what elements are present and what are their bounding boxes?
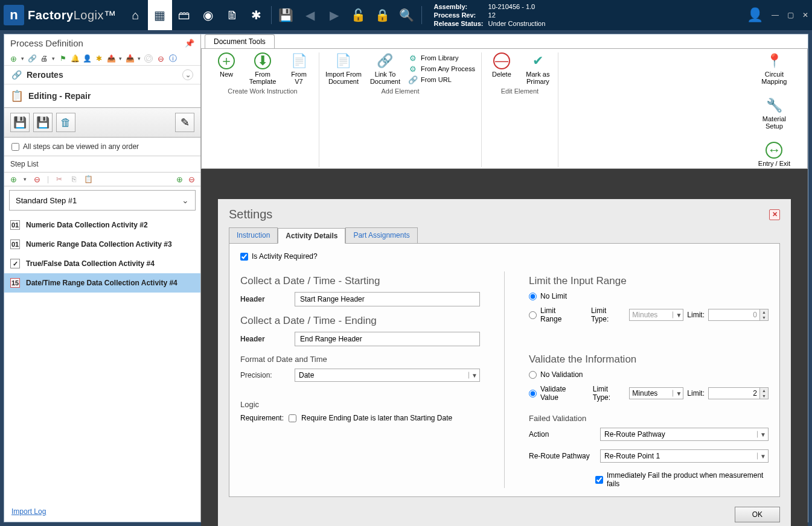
ok-button[interactable]: OK <box>735 507 780 522</box>
activity-item[interactable]: 01 Numeric Range Data Collection Activit… <box>4 235 200 254</box>
person-icon[interactable]: 👤 <box>83 54 91 63</box>
forward-icon[interactable]: ▶ <box>322 0 347 30</box>
gear-mini-icon[interactable]: ✱ <box>95 54 103 63</box>
action-select[interactable] <box>600 428 769 441</box>
limit-range-title: Limit the Input Range <box>529 275 769 287</box>
edit-doc-button[interactable]: ✎ <box>175 113 194 132</box>
ribbon: ＋New ⬇From Template 📄From V7 Create Work… <box>201 48 808 169</box>
immediately-fail-checkbox[interactable] <box>595 476 603 484</box>
link-to-button[interactable]: 🔗Link To Document <box>370 52 400 85</box>
db-icon[interactable]: 🗃 <box>172 0 196 30</box>
unlock-icon[interactable]: 🔓 <box>347 0 371 30</box>
save-icon[interactable]: 💾 <box>274 0 298 30</box>
circuit-mapping-button[interactable]: 📍Circuit Mapping <box>760 52 788 85</box>
import-mini-icon[interactable]: 📥 <box>126 54 134 63</box>
process-definition-panel: Process Definition 📌 ⊕▾ 🔗 🖨▾ ⚑ 🔔 👤 ✱ 📤▾ … <box>4 34 201 522</box>
material-setup-button[interactable]: 🔧Material Setup <box>760 97 788 130</box>
no-limit-radio[interactable] <box>529 293 537 300</box>
all-steps-checkbox[interactable] <box>11 143 19 151</box>
close-settings-button[interactable]: ✕ <box>769 209 780 220</box>
document-icon[interactable]: 🗎 <box>220 0 245 30</box>
info-icon[interactable]: ⓘ <box>168 54 177 63</box>
from-template-button[interactable]: ⬇From Template <box>249 52 277 85</box>
flag-icon[interactable]: ⚑ <box>59 54 67 63</box>
maximize-button[interactable]: ▢ <box>787 11 794 19</box>
tab-activity-details[interactable]: Activity Details <box>278 228 345 244</box>
app-logo: n <box>4 5 24 25</box>
from-url-button[interactable]: 🔗From URL <box>409 75 452 84</box>
entry-exit-button[interactable]: ↔Entry / Exit <box>758 142 790 167</box>
print-mini-icon[interactable]: 🖨 <box>40 54 48 63</box>
save-doc-button[interactable]: 💾 <box>10 113 30 132</box>
save-all-button[interactable]: 💾 <box>33 113 53 132</box>
require-ending-later-checkbox[interactable] <box>289 414 296 422</box>
remove-icon[interactable]: ⊖ <box>156 54 165 63</box>
format-title: Format of Date and Time <box>240 355 480 364</box>
grid-icon[interactable]: ▦ <box>148 0 172 30</box>
remove-step-icon[interactable]: ⊖ <box>33 175 41 183</box>
activity-item[interactable]: 01 Numeric Data Collection Activity #2 <box>4 215 200 235</box>
no-validation-radio[interactable] <box>529 371 537 379</box>
settings-panel: Settings ✕ Instruction Activity Details … <box>218 199 791 526</box>
bool-icon: ✓ <box>10 259 20 268</box>
cut-icon[interactable]: ✂ <box>55 175 63 183</box>
minimize-button[interactable]: — <box>772 11 779 19</box>
import-from-button[interactable]: 📄Import From Document <box>325 52 362 85</box>
limit-type-select-2[interactable] <box>629 387 683 399</box>
add-step-icon[interactable]: ⊕ <box>9 175 18 183</box>
start-header-input[interactable] <box>295 292 480 306</box>
search-lock-icon[interactable]: 🔍 <box>395 0 419 30</box>
sync-icon[interactable]: ◉ <box>196 0 220 30</box>
mark-primary-button[interactable]: ✔Mark as Primary <box>524 52 552 85</box>
home-icon[interactable]: ⌂ <box>124 0 148 30</box>
bell-icon[interactable]: 🔔 <box>71 54 79 63</box>
add-right-icon[interactable]: ⊕ <box>175 175 184 183</box>
reroute-pathway-select[interactable] <box>600 449 769 463</box>
export-mini-icon[interactable]: 📤 <box>107 54 115 63</box>
remove-right-icon[interactable]: ⊖ <box>187 175 196 183</box>
start-section-title: Collect a Date / Time - Starting <box>240 275 480 287</box>
step-name-dropdown[interactable]: Standard Step #1 ⌄ <box>9 190 196 211</box>
gear-icon[interactable]: ✱ <box>245 0 269 30</box>
back-icon[interactable]: ◀ <box>298 0 322 30</box>
numeric-range-icon: 01 <box>10 239 20 249</box>
link-mini-icon[interactable]: 🔗 <box>28 54 36 63</box>
import-log-link[interactable]: Import Log <box>4 501 200 522</box>
tab-part-assignments[interactable]: Part Assignments <box>345 227 417 243</box>
delete-doc-button[interactable]: 🗑 <box>56 113 75 132</box>
close-button[interactable]: ✕ <box>802 11 808 19</box>
paste-icon[interactable]: 📋 <box>84 175 92 183</box>
end-header-input[interactable] <box>295 332 480 346</box>
from-library-button[interactable]: ⚙From Library <box>409 54 458 62</box>
activity-item[interactable]: ✓ True/False Data Collection Activity #4 <box>4 254 200 273</box>
disabled-icon-1: ∅ <box>144 54 153 63</box>
tab-instruction[interactable]: Instruction <box>229 227 278 243</box>
logic-title: Logic <box>240 400 480 409</box>
expand-icon[interactable]: ⌄ <box>182 69 193 80</box>
validate-value-radio[interactable] <box>529 390 537 398</box>
reroutes-header[interactable]: 🔗 Reroutes ⌄ <box>4 65 200 84</box>
from-any-process-button[interactable]: ⚙From Any Process <box>409 65 475 73</box>
all-steps-label: All steps can be viewed in any order <box>23 142 139 151</box>
is-activity-required-checkbox[interactable] <box>240 253 248 261</box>
from-v7-button[interactable]: 📄From V7 <box>285 52 313 85</box>
assembly-info: Assembly:10-210456 - 1.0 Process Rev:12 … <box>434 2 546 28</box>
lock-icon[interactable]: 🔒 <box>371 0 395 30</box>
title-bar: n FactoryLogix™ ⌂ ▦ 🗃 ◉ 🗎 ✱ 💾 ◀ ▶ 🔓 🔒 🔍 … <box>0 0 812 30</box>
limit-type-select-1[interactable] <box>629 309 683 321</box>
precision-select[interactable] <box>295 369 480 382</box>
step-toolbar: ⊕▾ ⊖ | ✂ ⎘ 📋 ⊕ ⊖ <box>4 173 200 186</box>
delete-button[interactable]: —Delete <box>488 52 516 85</box>
user-icon[interactable]: 👤 <box>746 7 763 24</box>
add-icon[interactable]: ⊕ <box>9 54 18 63</box>
numeric-icon: 01 <box>10 220 20 230</box>
chevron-down-icon: ⌄ <box>182 195 189 205</box>
new-button[interactable]: ＋New <box>213 52 240 85</box>
pin-icon[interactable]: 📌 <box>185 39 194 48</box>
document-tools-tab[interactable]: Document Tools <box>205 34 275 48</box>
activity-item-selected[interactable]: 15 Date/Time Range Data Collection Activ… <box>4 273 200 293</box>
panel-toolbar: ⊕▾ 🔗 🖨▾ ⚑ 🔔 👤 ✱ 📤▾ 📥▾ ∅ ⊖ ⓘ <box>4 52 200 65</box>
settings-title: Settings <box>229 208 272 221</box>
limit-range-radio[interactable] <box>529 311 537 319</box>
copy-icon[interactable]: ⎘ <box>69 175 78 183</box>
